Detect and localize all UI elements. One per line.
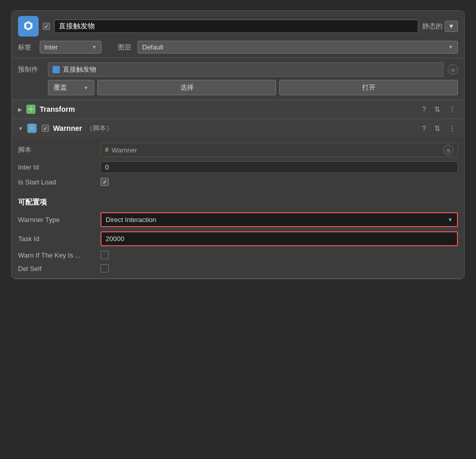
transform-menu-button[interactable]: ⋮ xyxy=(447,104,458,114)
header-section: 静态的 ▼ 标签 Inter ▼ 图层 Default ▼ xyxy=(12,11,464,58)
transform-header: ▶ Transform ? ⇅ ⋮ xyxy=(12,100,464,118)
static-dropdown[interactable]: ▼ xyxy=(445,21,458,32)
select-button[interactable]: 选择 xyxy=(97,80,276,95)
prefab-name: 直接触发物 xyxy=(63,65,96,74)
hash-symbol: # xyxy=(30,125,34,132)
del-self-checkbox[interactable] xyxy=(100,264,109,273)
gameobject-name-input[interactable] xyxy=(54,20,418,33)
script-settings-button[interactable]: ⇅ xyxy=(432,123,443,133)
warnner-type-value: Direct Interaction xyxy=(106,216,156,224)
del-self-label: Del Self xyxy=(18,265,100,273)
script-hash-icon: # xyxy=(105,146,109,154)
script-active-checkbox[interactable] xyxy=(42,125,49,132)
script-expand-icon[interactable]: ▼ xyxy=(18,126,23,131)
is-start-load-row: Is Start Load xyxy=(18,175,458,189)
tag-dropdown[interactable]: Inter ▼ xyxy=(40,41,101,54)
gameobject-active-checkbox[interactable] xyxy=(43,23,50,30)
prefab-target-button[interactable]: ◎ xyxy=(448,64,458,75)
task-id-input[interactable] xyxy=(100,231,458,246)
override-chevron-icon: ▼ xyxy=(83,85,89,91)
tag-label: 标签 xyxy=(18,43,33,52)
transform-component: ▶ Transform ? ⇅ ⋮ xyxy=(12,100,464,119)
is-start-load-label: Is Start Load xyxy=(18,178,100,186)
transform-actions: ? ⇅ ⋮ xyxy=(420,104,458,114)
script-body: 脚本 # Warnner ◎ Inter Id 0 Is Start Load xyxy=(12,138,464,278)
script-icon: # xyxy=(27,124,37,133)
script-help-button[interactable]: ? xyxy=(420,123,428,133)
transform-help-button[interactable]: ? xyxy=(420,104,428,114)
script-field-row: 脚本 # Warnner ◎ xyxy=(18,141,458,159)
is-start-load-checkbox[interactable] xyxy=(100,178,109,186)
prefab-label: 预制件 xyxy=(18,65,44,74)
transform-icon xyxy=(26,105,36,114)
warnner-type-chevron-icon: ▼ xyxy=(448,217,453,223)
override-dropdown[interactable]: 覆盖 ▼ xyxy=(48,80,94,95)
prefab-icon xyxy=(53,66,60,73)
prefab-actions: 覆盖 ▼ 选择 打开 xyxy=(18,80,458,95)
inspector-panel: 静态的 ▼ 标签 Inter ▼ 图层 Default ▼ 预制件 直接触发物 xyxy=(11,10,465,279)
layer-label: 图层 xyxy=(118,43,131,52)
warnner-type-label: Warnner Type xyxy=(18,216,100,224)
inter-id-text: 0 xyxy=(105,163,109,171)
open-button[interactable]: 打开 xyxy=(279,80,458,95)
transform-title: Transform xyxy=(40,105,75,113)
script-title: Warnner xyxy=(53,124,82,132)
unity-logo xyxy=(18,16,39,37)
del-self-row: Del Self xyxy=(18,262,458,275)
override-label: 覆盖 xyxy=(54,83,67,92)
inter-id-row: Inter Id 0 xyxy=(18,159,458,175)
prefab-section: 预制件 直接触发物 ◎ 覆盖 ▼ 选择 打开 xyxy=(12,58,464,100)
tag-value: Inter xyxy=(44,43,58,51)
transform-expand-icon[interactable]: ▶ xyxy=(18,107,22,112)
static-label: 静态的 xyxy=(422,22,443,31)
task-id-label: Task Id xyxy=(18,235,100,243)
script-menu-button[interactable]: ⋮ xyxy=(447,123,458,133)
warnner-script-section: ▼ # Warnner （脚本） ? ⇅ ⋮ 脚本 # Warnner ◎ xyxy=(12,119,464,279)
transform-settings-button[interactable]: ⇅ xyxy=(432,104,443,114)
configurable-title: 可配置项 xyxy=(18,193,458,210)
layer-chevron-icon: ▼ xyxy=(448,44,453,50)
prefab-field: 直接触发物 xyxy=(48,62,444,77)
script-target-button[interactable]: ◎ xyxy=(443,145,453,155)
layer-dropdown[interactable]: Default ▼ xyxy=(138,41,458,54)
inter-id-value[interactable]: 0 xyxy=(100,161,458,173)
task-id-row: Task Id xyxy=(18,229,458,248)
script-subtitle: （脚本） xyxy=(86,124,113,133)
warnner-type-dropdown[interactable]: Direct Interaction ▼ xyxy=(100,212,458,227)
script-header: ▼ # Warnner （脚本） ? ⇅ ⋮ xyxy=(12,119,464,138)
section-separator xyxy=(18,189,458,193)
script-name: Warnner xyxy=(112,146,137,154)
active-checkbox[interactable] xyxy=(43,23,50,30)
script-field-value: # Warnner ◎ xyxy=(100,143,458,157)
warnner-type-row: Warnner Type Direct Interaction ▼ xyxy=(18,210,458,229)
tag-chevron-icon: ▼ xyxy=(92,44,97,50)
svg-point-1 xyxy=(30,108,32,110)
layer-value: Default xyxy=(142,43,163,51)
script-actions: ? ⇅ ⋮ xyxy=(420,123,458,133)
script-field-label: 脚本 xyxy=(18,145,100,155)
warn-key-label: Warn If The Key Is ... xyxy=(18,251,100,259)
warn-key-row: Warn If The Key Is ... xyxy=(18,248,458,262)
inter-id-label: Inter Id xyxy=(18,163,100,171)
warn-key-checkbox[interactable] xyxy=(100,251,109,259)
